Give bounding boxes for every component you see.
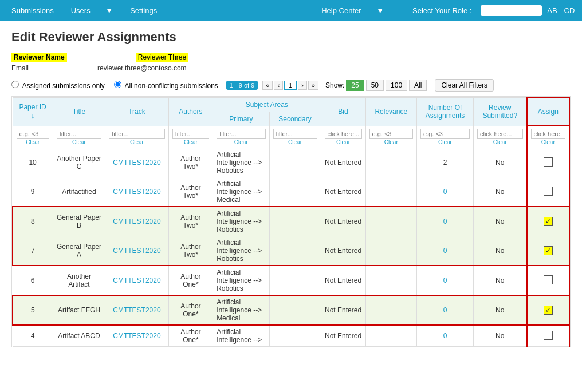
page-content: Edit Reviewer Assignments Reviewer Name … xyxy=(0,21,582,357)
cell-assign[interactable]: ✓ xyxy=(527,295,569,325)
assign-checkbox[interactable] xyxy=(544,157,553,167)
pag-next[interactable]: › xyxy=(298,81,307,90)
col-number-of-assignments: Number Of Assignments xyxy=(417,97,474,126)
nav-submissions[interactable]: Submissions xyxy=(6,6,60,15)
show-all-btn[interactable]: All xyxy=(409,80,427,91)
filter-authors-clear[interactable]: Clear xyxy=(172,139,209,145)
filter-relevance-input[interactable] xyxy=(369,129,414,139)
cell-bid: Not Entered xyxy=(321,295,365,325)
filter-primary-clear[interactable]: Clear xyxy=(217,139,265,145)
pag-first[interactable]: « xyxy=(262,81,273,90)
col-primary: Primary xyxy=(213,112,269,126)
cell-review: No xyxy=(473,325,526,347)
show-50-btn[interactable]: 50 xyxy=(366,80,384,91)
cell-review: No xyxy=(473,295,526,325)
assign-checkbox[interactable]: ✓ xyxy=(544,246,553,255)
reviewer-info: Reviewer Name Reviewer Three Email revie… xyxy=(11,53,571,72)
filter-paper-id-input[interactable] xyxy=(17,129,49,139)
cell-primary: Artificial Intelligence --> Robotics xyxy=(213,236,269,266)
show-100-btn[interactable]: 100 xyxy=(386,80,407,91)
col-track: Track xyxy=(105,97,168,126)
assign-checkbox[interactable]: ✓ xyxy=(544,306,553,315)
pagination-controls: « ‹ 1 › » xyxy=(262,81,320,90)
cell-paper-id: 5 xyxy=(13,295,53,325)
pag-prev[interactable]: ‹ xyxy=(274,81,283,90)
cell-bid: Not Entered xyxy=(321,236,365,266)
cell-track: CMTTEST2020 xyxy=(105,177,168,207)
show-label: Show: xyxy=(325,81,344,89)
nav-users[interactable]: Users ▼ xyxy=(60,6,124,15)
cell-secondary xyxy=(269,207,321,236)
filter-review-input[interactable] xyxy=(477,129,523,139)
filter-secondary-input[interactable] xyxy=(273,129,317,139)
filter-title-clear[interactable]: Clear xyxy=(57,139,102,145)
nav-settings[interactable]: Settings xyxy=(124,6,163,15)
filter-bid-clear[interactable]: Clear xyxy=(325,139,362,145)
filter-paper-id-clear[interactable]: Clear xyxy=(17,139,49,145)
filter-relevance-clear[interactable]: Clear xyxy=(369,139,414,145)
filter-track-input[interactable] xyxy=(109,129,164,139)
filter-review-clear[interactable]: Clear xyxy=(477,139,523,145)
filter-track-clear[interactable]: Clear xyxy=(109,139,164,145)
filter-bid: Clear xyxy=(321,126,365,148)
assigned-only-radio[interactable] xyxy=(11,81,19,88)
cell-assign[interactable] xyxy=(527,177,569,207)
filter-bar: Assigned submissions only All non-confli… xyxy=(11,79,571,92)
assign-checkbox[interactable] xyxy=(544,331,553,340)
col-authors: Authors xyxy=(168,97,213,126)
nav-help-center[interactable]: Help Center ▼ xyxy=(310,6,395,15)
filter-title-input[interactable] xyxy=(57,129,102,139)
cell-title: Artifactified xyxy=(53,177,105,207)
cell-secondary xyxy=(269,148,321,177)
assign-checkbox[interactable] xyxy=(544,187,553,196)
cell-assignments: 0 xyxy=(417,295,474,325)
cell-assign[interactable]: ✓ xyxy=(527,236,569,266)
assignments-table: Paper ID ↓ Title Track Authors Subject A… xyxy=(12,97,570,347)
cell-primary: Artificial Intelligence --> Robotics xyxy=(213,207,269,236)
cell-track: CMTTEST2020 xyxy=(105,266,168,295)
cell-title: General Paper A xyxy=(53,236,105,266)
filter-bid-input[interactable] xyxy=(325,129,362,139)
cell-relevance xyxy=(365,295,417,325)
filter-assignments-clear[interactable]: Clear xyxy=(420,139,470,145)
clear-all-filters-btn[interactable]: Clear All Filters xyxy=(435,79,494,92)
pag-last[interactable]: » xyxy=(308,81,318,90)
cell-assignments: 0 xyxy=(417,236,474,266)
filter-assign-clear[interactable]: Clear xyxy=(531,139,565,145)
cell-assign[interactable] xyxy=(527,148,569,177)
all-nonconflicting-label[interactable]: All non-conflicting submissions xyxy=(114,81,218,90)
assigned-only-label[interactable]: Assigned submissions only xyxy=(11,81,105,90)
cell-assign[interactable]: ✓ xyxy=(527,207,569,236)
show-25-btn[interactable]: 25 xyxy=(346,80,364,91)
cell-assign[interactable] xyxy=(527,266,569,295)
reviewer-name-label: Reviewer Name xyxy=(11,53,67,62)
filter-primary-input[interactable] xyxy=(217,129,265,139)
assign-checkbox[interactable] xyxy=(544,275,553,284)
cell-review: No xyxy=(473,236,526,266)
filter-authors-input[interactable] xyxy=(172,129,209,139)
filter-assign-input[interactable] xyxy=(531,129,565,139)
select-role-label: Select Your Role : xyxy=(407,6,477,15)
all-nonconflicting-radio[interactable] xyxy=(114,81,121,88)
cell-bid: Not Entered xyxy=(321,266,365,295)
filter-assignments: Clear xyxy=(417,126,474,148)
col-subject-areas: Subject Areas xyxy=(213,97,321,112)
cell-title: Another Artifact xyxy=(53,266,105,295)
cell-authors: Author Two* xyxy=(168,207,213,236)
cell-assignments: 0 xyxy=(417,266,474,295)
filter-title: Clear xyxy=(53,126,105,148)
cell-paper-id: 9 xyxy=(13,177,53,207)
table-filter-row: Clear Clear Clear Clear xyxy=(13,126,569,148)
role-selector[interactable]: Chair ▼ xyxy=(481,5,542,16)
filter-assignments-input[interactable] xyxy=(420,129,470,139)
table-body: 10Another Paper CCMTTEST2020Author Two*A… xyxy=(13,148,569,347)
col-title: Title xyxy=(53,97,105,126)
help-dropdown-arrow: ▼ xyxy=(371,6,390,15)
email-value: reviewer.three@contoso.com xyxy=(97,64,187,72)
filter-secondary-clear[interactable]: Clear xyxy=(273,139,317,145)
assign-checkbox[interactable]: ✓ xyxy=(544,217,553,226)
cell-secondary xyxy=(269,236,321,266)
cell-primary: Artificial Intelligence --> Robotics xyxy=(213,148,269,177)
cell-assign[interactable] xyxy=(527,325,569,347)
col-assign: Assign xyxy=(527,97,569,126)
